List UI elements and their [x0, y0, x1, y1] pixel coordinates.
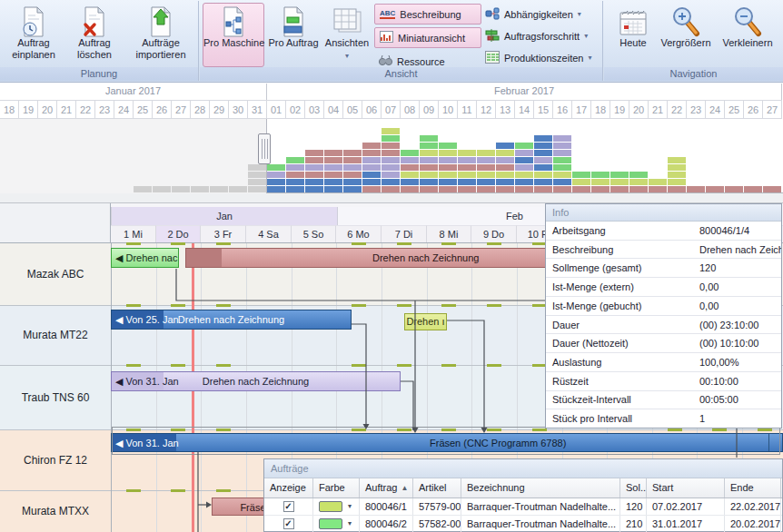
gantt-day-header[interactable]: 9 Do [471, 225, 517, 243]
minimap-load-cell [534, 157, 552, 163]
heute-button[interactable]: Heute [611, 3, 655, 67]
order-table-row[interactable]: ✓▾800046/257582-00Barraquer-Troutman Nad… [264, 516, 782, 532]
timeline-day-cell[interactable]: 16 [553, 100, 572, 119]
minimap-splitter-handle[interactable] [258, 133, 271, 164]
timeline-day-cell[interactable]: 25 [134, 100, 153, 119]
orders-panel-title[interactable]: Aufträge [264, 459, 782, 478]
vergroessern-button[interactable]: Vergrößern [656, 3, 716, 67]
auftraege-importieren-button[interactable]: Aufträge importieren [128, 3, 193, 67]
timeline-day-cell[interactable]: 13 [496, 100, 515, 119]
info-row: Dauer(00) 23:10:00 [546, 315, 781, 334]
gantt-day-header[interactable]: 8 Mi [427, 225, 471, 243]
auftrag-loeschen-button[interactable]: Auftrag löschen [66, 3, 123, 67]
timeline-day-cell[interactable]: 29 [210, 100, 229, 119]
miniaturansicht-toggle[interactable]: Miniaturansicht [374, 27, 481, 48]
orders-column-header[interactable]: Artikel [413, 478, 461, 498]
orders-column-header[interactable]: Bezeichnung [461, 478, 620, 498]
timeline-day-cell[interactable]: 22 [76, 100, 95, 119]
orders-column-header[interactable]: Farbe [313, 478, 360, 498]
timeline-day-cell[interactable]: 24 [706, 100, 725, 119]
gantt-day-header[interactable]: 4 Sa [246, 225, 292, 243]
info-panel-title[interactable]: Info [546, 204, 781, 222]
timeline-day-cell[interactable]: 26 [153, 100, 172, 119]
timeline-day-cell[interactable]: 17 [572, 100, 591, 119]
timeline-day-cell[interactable]: 23 [95, 100, 114, 119]
timeline-day-cell[interactable]: 02 [286, 100, 305, 119]
timeline-day-cell[interactable]: 24 [114, 100, 134, 119]
minimap-load-cell [687, 186, 705, 192]
timeline-day-cell[interactable]: 06 [362, 100, 382, 119]
orders-column-header[interactable]: Auftrag▲ [360, 478, 413, 498]
gantt-day-header[interactable]: 2 Do [156, 225, 201, 243]
timeline-day-cell[interactable]: 05 [343, 100, 362, 119]
timeline-day-cell[interactable]: 11 [458, 100, 477, 119]
gantt-day-header[interactable]: 7 Di [382, 225, 427, 243]
timeline-day-cell[interactable]: 27 [763, 100, 782, 119]
order-color-swatch[interactable] [319, 518, 342, 529]
auftrag-einplanen-button[interactable]: Auftrag einplanen [5, 3, 63, 67]
anzeige-checkbox[interactable]: ✓ [283, 518, 294, 529]
timeline-day-cell[interactable]: 19 [610, 100, 629, 119]
gantt-day-header[interactable]: 5 So [292, 225, 336, 243]
ansichten-button[interactable]: Ansichten ▾ [323, 3, 371, 67]
orders-column-header[interactable]: Sol... [620, 478, 647, 498]
gantt-day-header[interactable]: 1 Mi [111, 225, 156, 243]
minimap-load-cell [458, 172, 476, 178]
timeline-day-cell[interactable]: 27 [172, 100, 191, 119]
timeline-day-cell[interactable]: 09 [420, 100, 439, 119]
info-row-value: 00:10:00 [699, 376, 781, 387]
abhaengigkeiten-dropdown[interactable]: Abhängigkeiten ▾ [485, 5, 581, 24]
timeline-day-cell[interactable]: 10 [439, 100, 458, 119]
timeline-day-cell[interactable]: 20 [629, 100, 649, 119]
timeline-day-cell[interactable]: 14 [515, 100, 534, 119]
order-cell: Barraquer-Troutman Nadelhalte... [461, 516, 620, 532]
gantt-bar[interactable]: ◀ Von 31. JanDrehen nach Zeichnung [111, 371, 401, 391]
timeline-day-cell[interactable]: 18 [0, 100, 19, 119]
timeline-day-cell[interactable]: 12 [477, 100, 496, 119]
gantt-day-header[interactable]: 3 Fr [201, 225, 246, 243]
timeline-day-cell[interactable]: 21 [649, 100, 668, 119]
orders-column-header[interactable]: Anzeige [264, 478, 313, 498]
anzeige-checkbox[interactable]: ✓ [283, 501, 294, 512]
timeline-day-cell[interactable]: 07 [382, 100, 401, 119]
production-time-tick [487, 242, 501, 245]
minimap-load-cell [324, 164, 342, 171]
verkleinern-button[interactable]: Verkleinern [718, 3, 778, 67]
timeline-day-cell[interactable]: 20 [38, 100, 57, 119]
timeline-day-cell[interactable]: 28 [191, 100, 210, 119]
scroll-strip[interactable] [0, 193, 783, 203]
order-cell: 31.01.2017 [647, 516, 725, 532]
orders-column-header[interactable]: Start [647, 478, 725, 498]
gantt-bar[interactable]: ◀ Drehen nac [111, 248, 179, 268]
timeline-day-cell[interactable]: 15 [534, 100, 553, 119]
timeline-day-cell[interactable]: 19 [19, 100, 38, 119]
timeline-day-cell[interactable]: 18 [591, 100, 610, 119]
color-dropdown-icon[interactable]: ▾ [348, 498, 352, 515]
timeline-day-cell[interactable]: 23 [687, 100, 706, 119]
produktionszeiten-dropdown[interactable]: Produktionszeiten ▾ [485, 49, 591, 67]
gantt-day-header[interactable]: 6 Mo [336, 225, 382, 243]
beschreibung-toggle[interactable]: ABC Beschreibung [374, 4, 481, 25]
timeline-day-cell[interactable]: 04 [324, 100, 343, 119]
timeline-day-cell[interactable]: 25 [725, 100, 744, 119]
timeline-day-cell[interactable]: 21 [57, 100, 76, 119]
timeline-day-cell[interactable]: 08 [401, 100, 420, 119]
color-dropdown-icon[interactable]: ▾ [348, 516, 352, 532]
gantt-bar[interactable]: Drehen ı [404, 313, 447, 330]
gantt-bar[interactable]: ◀ Von 25. JanDrehen nach Zeichnung [111, 310, 352, 330]
order-table-row[interactable]: ✓▾800046/157579-00Barraquer-Troutman Nad… [264, 498, 782, 516]
timeline-day-cell[interactable]: 31 [248, 100, 267, 119]
chevron-down-icon: ▾ [584, 33, 588, 40]
order-color-swatch[interactable] [319, 501, 342, 512]
timeline-day-cell[interactable]: 01 [267, 100, 286, 119]
minimap-load-cell [401, 172, 419, 178]
pro-auftrag-button[interactable]: Pro Auftrag [267, 3, 320, 67]
timeline-day-cell[interactable]: 03 [305, 100, 324, 119]
auftragsforschritt-dropdown[interactable]: Auftragsforschritt ▾ [485, 27, 588, 45]
pro-maschine-button[interactable]: Pro Maschine [203, 3, 264, 67]
info-row: Ist-Menge (gebucht)0,00 [546, 296, 781, 315]
orders-column-header[interactable]: Ende [725, 478, 781, 498]
timeline-day-cell[interactable]: 30 [229, 100, 248, 119]
timeline-day-cell[interactable]: 22 [668, 100, 687, 119]
timeline-day-cell[interactable]: 26 [744, 100, 763, 119]
